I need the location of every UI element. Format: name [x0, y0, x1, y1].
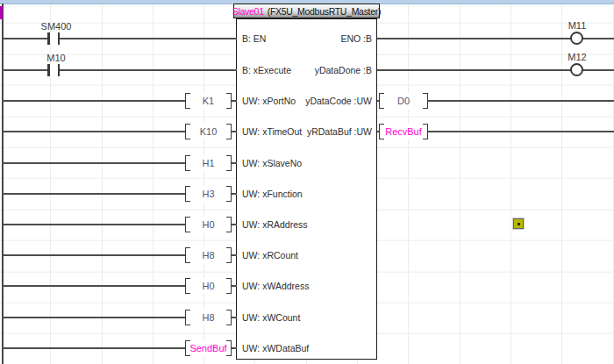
fb-input-pin: UW: xWCount [242, 312, 300, 323]
contact-gap [50, 64, 58, 76]
operand-label: SendBuf [189, 343, 226, 353]
operand-label: RecvBuf [385, 126, 422, 137]
operand-constant[interactable]: K1 [185, 93, 232, 109]
operand-destination[interactable]: RecvBuf [379, 124, 428, 139]
edit-position-marker [0, 6, 3, 19]
input-wire [3, 38, 237, 39]
operand-constant[interactable]: H0 [185, 278, 232, 294]
editor-cursor-cell[interactable] [513, 218, 524, 229]
operand-label: K1 [203, 96, 214, 106]
fb-input-pin: UW: xWDataBuf [242, 343, 309, 353]
operand-constant[interactable]: H8 [185, 310, 232, 325]
operand-label: K10 [200, 126, 218, 137]
fb-output-pin: ENO :B [268, 33, 372, 44]
operand-constant[interactable]: H8 [185, 247, 232, 263]
fb-output-pin: yDataDone :B [268, 65, 372, 75]
no-contact-sm400[interactable] [47, 32, 60, 45]
device-label: M10 [46, 54, 65, 63]
fb-input-pin: UW: xWAddress [242, 281, 309, 291]
device-label: SM400 [41, 22, 72, 32]
fb-input-pin: UW: xRCount [242, 250, 298, 261]
function-block-header[interactable]: Slave01 (FX5U_ModbusRTU_Master) [233, 4, 380, 18]
fb-input-pin: UW: xRAddress [242, 219, 308, 230]
device-label: M11 [568, 21, 587, 31]
fb-input-pin: B: EN [242, 33, 266, 44]
operand-label: H0 [202, 219, 214, 230]
device-label: M12 [568, 53, 586, 62]
input-wire [3, 69, 237, 71]
left-power-rail [2, 4, 4, 364]
output-coil-m11[interactable] [570, 32, 583, 45]
fb-type-name: (FX5U_ModbusRTU_Master) [268, 6, 381, 17]
operand-constant[interactable]: H3 [185, 186, 232, 202]
operand-constant[interactable]: K10 [185, 124, 232, 139]
ladder-editor-canvas: Slave01 (FX5U_ModbusRTU_Master) B: ENSM4… [0, 0, 614, 364]
operand-label: H8 [202, 250, 214, 261]
output-coil-m12[interactable] [570, 63, 583, 76]
contact-bar-right [58, 64, 61, 76]
fb-output-pin: yRDataBuf :UW [268, 126, 372, 137]
contact-gap [50, 32, 58, 45]
fb-instance-name: Slave01 [232, 6, 264, 17]
contact-bar-right [58, 32, 61, 45]
operand-label: D0 [397, 96, 410, 106]
operand-constant[interactable]: SendBuf [185, 340, 232, 356]
contact-bar-left [47, 64, 50, 76]
operand-label: H8 [202, 312, 214, 323]
fb-output-pin: yDataCode :UW [268, 96, 372, 106]
fb-input-pin: UW: xFunction [242, 189, 303, 199]
no-contact-m10[interactable] [47, 64, 60, 76]
operand-constant[interactable]: H0 [185, 217, 232, 232]
contact-bar-left [47, 32, 50, 45]
operand-destination[interactable]: D0 [379, 93, 428, 109]
fb-input-pin: UW: xSlaveNo [242, 158, 302, 168]
operand-label: H0 [202, 281, 214, 291]
operand-label: H3 [202, 189, 214, 199]
operand-constant[interactable]: H1 [185, 155, 232, 171]
operand-label: H1 [202, 158, 214, 168]
